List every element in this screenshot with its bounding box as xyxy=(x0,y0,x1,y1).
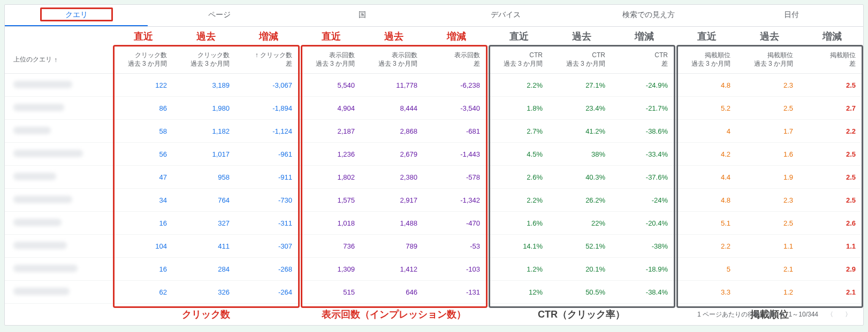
col-header[interactable]: 掲載順位過去 3 か月間 xyxy=(675,46,738,73)
pager-rows-label: 1 ページあたりの行数: xyxy=(697,310,762,319)
table-row[interactable]: 34764-7301,5752,917-1,3422.2%26.2%-24%4.… xyxy=(5,189,863,212)
tab-5[interactable]: 日付 xyxy=(720,5,863,26)
table-row[interactable]: 104411-307736789-5314.1%52.1%-38%2.21.11… xyxy=(5,235,863,258)
cell: -38.4% xyxy=(613,288,675,296)
table-row[interactable]: 561,017-9611,2362,679-1,4434.5%38%-33.4%… xyxy=(5,143,863,166)
cell: -961 xyxy=(237,150,300,158)
cell: 2.7% xyxy=(488,127,550,135)
cell: 1,309 xyxy=(300,265,362,273)
tab-0[interactable]: クエリ xyxy=(5,5,148,26)
col-header[interactable]: 表示回数過去 3 か月間 xyxy=(362,46,425,73)
cell: -307 xyxy=(237,242,300,250)
col-header[interactable]: ↑ クリック数差 xyxy=(237,46,300,73)
cell: 789 xyxy=(362,242,425,250)
col-header[interactable]: 表示回数過去 3 か月間 xyxy=(300,46,362,73)
cell: 1,236 xyxy=(300,150,362,158)
cell: 2.2 xyxy=(801,127,863,135)
col-header[interactable]: 掲載順位過去 3 か月間 xyxy=(738,46,801,73)
cell: 5,540 xyxy=(300,81,362,89)
cell: 2.3 xyxy=(738,196,801,204)
table-row[interactable]: 62326-264515646-13112%50.5%-38.4%3.31.22… xyxy=(5,281,863,304)
cell: 3,189 xyxy=(174,81,237,89)
cell: 16 xyxy=(112,265,174,273)
cell: 4.2 xyxy=(675,150,738,158)
cell: -131 xyxy=(425,288,488,296)
cell: 2.2 xyxy=(675,242,738,250)
footer-label-clicks: クリック数 xyxy=(112,308,300,321)
cell: 12% xyxy=(488,288,550,296)
cell: 2.5 xyxy=(738,104,801,112)
cell: -911 xyxy=(237,173,300,181)
cell: 2.5 xyxy=(801,173,863,181)
cell: 2,868 xyxy=(362,127,425,135)
table-row[interactable]: 861,980-1,8944,9048,444-3,5401.8%23.4%-2… xyxy=(5,97,863,120)
cell: -38% xyxy=(613,242,675,250)
col-header[interactable]: クリック数過去 3 か月間 xyxy=(112,46,174,73)
cell: 38% xyxy=(550,150,613,158)
col-header[interactable]: 掲載順位差 xyxy=(801,46,863,73)
cell: -730 xyxy=(237,196,300,204)
cell: 3.3 xyxy=(675,288,738,296)
cell: 104 xyxy=(112,242,174,250)
tabs: クエリページ国デバイス検索での見え方日付 xyxy=(5,5,863,27)
cell: 1.1 xyxy=(801,242,863,250)
cell: 62 xyxy=(112,288,174,296)
cell: 56 xyxy=(112,150,174,158)
cell: 1.2% xyxy=(488,265,550,273)
tab-1[interactable]: ページ xyxy=(148,5,291,26)
cell: -20.4% xyxy=(613,219,675,227)
pager-next-icon[interactable]: 〉 xyxy=(842,308,855,321)
cell: 327 xyxy=(174,219,237,227)
cell: -268 xyxy=(237,265,300,273)
cell: 411 xyxy=(174,242,237,250)
cell: -24.9% xyxy=(613,81,675,89)
cell: 2.1 xyxy=(738,265,801,273)
cell: 2.1 xyxy=(801,288,863,296)
col-header[interactable]: クリック数過去 3 か月間 xyxy=(174,46,237,73)
table-row[interactable]: 47958-9111,8022,380-5782.6%40.3%-37.6%4.… xyxy=(5,166,863,189)
cell: -6,238 xyxy=(425,81,488,89)
ann-past: 過去 xyxy=(550,30,613,43)
query-label xyxy=(5,196,112,205)
col-header[interactable]: CTR過去 3 か月間 xyxy=(488,46,550,73)
table-row[interactable]: 1223,189-3,0675,54011,778-6,2382.2%27.1%… xyxy=(5,74,863,97)
cell: 4.4 xyxy=(675,173,738,181)
cell: 736 xyxy=(300,242,362,250)
col-header[interactable]: CTR差 xyxy=(613,46,675,73)
table-header: 上位のクエリ ↑ クリック数過去 3 か月間クリック数過去 3 か月間↑ クリッ… xyxy=(5,46,863,74)
cell: 1,018 xyxy=(300,219,362,227)
cell: -24% xyxy=(613,196,675,204)
table-body: 1223,189-3,0675,54011,778-6,2382.2%27.1%… xyxy=(5,74,863,304)
cell: 16 xyxy=(112,219,174,227)
sort-arrow-icon: ↑ xyxy=(54,56,57,64)
table-footer: クリック数 表示回数（インプレッション数） CTR（クリック率） 掲載順位 1 … xyxy=(5,304,863,325)
cell: -3,067 xyxy=(237,81,300,89)
table-row[interactable]: 16327-3111,0181,488-4701.6%22%-20.4%5.12… xyxy=(5,212,863,235)
table-row[interactable]: 16284-2681,3091,412-1031.2%20.1%-18.9%52… xyxy=(5,258,863,281)
tab-2[interactable]: 国 xyxy=(291,5,434,26)
cell: -1,894 xyxy=(237,104,300,112)
cell: 1.2 xyxy=(738,288,801,296)
table-row[interactable]: 581,182-1,1242,1872,868-6812.7%41.2%-38.… xyxy=(5,120,863,143)
footer-label-impressions: 表示回数（インプレッション数） xyxy=(300,308,488,321)
tab-4[interactable]: 検索での見え方 xyxy=(577,5,720,26)
cell: 2.5 xyxy=(801,150,863,158)
col-header[interactable]: 表示回数差 xyxy=(425,46,488,73)
cell: 326 xyxy=(174,288,237,296)
tab-3[interactable]: デバイス xyxy=(434,5,577,26)
cell: 4,904 xyxy=(300,104,362,112)
col-header[interactable]: CTR過去 3 か月間 xyxy=(550,46,613,73)
dropdown-icon[interactable]: ▾ xyxy=(780,311,783,318)
query-label xyxy=(5,150,112,159)
col-header-query[interactable]: 上位のクエリ ↑ xyxy=(5,55,112,64)
pager-per-page[interactable]: 10 xyxy=(767,311,774,318)
cell: 1.6 xyxy=(738,150,801,158)
cell: 2.6% xyxy=(488,173,550,181)
ann-recent: 直近 xyxy=(488,30,550,43)
pager-prev-icon[interactable]: 〈 xyxy=(824,308,836,321)
query-label xyxy=(5,104,112,113)
cell: 23.4% xyxy=(550,104,613,112)
cell: 1,412 xyxy=(362,265,425,273)
cell: 122 xyxy=(112,81,174,89)
cell: -103 xyxy=(425,265,488,273)
